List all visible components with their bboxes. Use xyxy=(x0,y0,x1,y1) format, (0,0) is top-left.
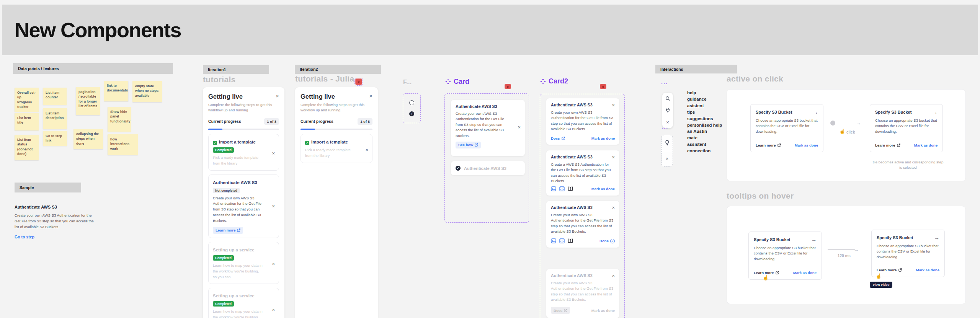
film-icon[interactable] xyxy=(559,238,565,243)
sample-body: Create your own AWS S3 Authentication fo… xyxy=(15,213,95,230)
close-icon[interactable]: × xyxy=(276,93,279,99)
mark-as-done-link[interactable]: Mark as done xyxy=(914,143,938,147)
error-badge[interactable]: x xyxy=(505,84,511,89)
sticky-note[interactable]: List item title xyxy=(15,113,39,130)
auth-card-faded[interactable]: Authenticate AWS S3× Create your own AWS… xyxy=(546,269,619,318)
specify-bucket-card[interactable]: Specify S3 Bucket→ Choose an appropriate… xyxy=(748,232,822,280)
arrow-right-icon[interactable]: → xyxy=(813,109,818,115)
sticky-note[interactable]: collapsing the steps when done xyxy=(74,129,103,149)
card-desc: Create your own AWS S3 Authentication fo… xyxy=(456,111,508,139)
close-icon[interactable]: × xyxy=(272,204,275,209)
close-icon[interactable]: × xyxy=(272,151,275,156)
step-card-import-template[interactable]: ✓Import a template Pick a ready made tem… xyxy=(301,134,372,163)
book-icon[interactable] xyxy=(568,186,573,191)
docs-link[interactable]: Docs xyxy=(551,136,565,140)
auth-done-row[interactable]: ✓ Authenticate AWS S3 xyxy=(451,161,525,175)
auth-card[interactable]: Authenticate AWS S3 Create your own AWS … xyxy=(451,100,525,156)
auth-card-docs[interactable]: Authenticate AWS S3× Create your own AWS… xyxy=(546,98,619,145)
learn-more-link[interactable]: Learn more xyxy=(877,268,902,272)
auth-card-media[interactable]: Authenticate AWS S3× Create a AWS S3 Aut… xyxy=(546,150,619,196)
section-bar-sample[interactable]: Sample xyxy=(15,183,81,192)
view-video-tooltip[interactable]: view video xyxy=(870,282,892,288)
checked-circle-icon[interactable]: ✓ xyxy=(456,166,461,171)
mark-as-done-link[interactable]: Mark as done xyxy=(793,271,817,275)
sticky-note[interactable]: link to documentation xyxy=(104,81,128,101)
close-icon[interactable]: × xyxy=(612,103,615,108)
search-icon[interactable] xyxy=(665,96,670,101)
lightbulb-icon[interactable] xyxy=(665,140,670,145)
see-how-link[interactable]: See how xyxy=(456,142,481,148)
image-icon[interactable] xyxy=(551,238,556,243)
learn-more-link[interactable]: Learn more xyxy=(875,143,900,147)
arrow-right-icon[interactable]: → xyxy=(934,235,939,241)
learn-more-link[interactable]: Learn more xyxy=(754,271,779,275)
section-bar-data-points[interactable]: Data points / features xyxy=(13,63,173,74)
section-bar-interactions[interactable]: Interactions xyxy=(655,65,737,73)
error-badge[interactable]: x xyxy=(355,78,362,85)
component-header-card2[interactable]: Card2 xyxy=(540,77,568,85)
sticky-note[interactable]: Go to step link xyxy=(43,131,67,146)
step-card-setting-up-service[interactable]: Setting up a service Completed Learn how… xyxy=(208,288,279,318)
mark-as-done-link[interactable]: Mark as done xyxy=(591,308,615,313)
step-card-authenticate[interactable]: Authenticate AWS S3 Not completed Create… xyxy=(208,174,279,238)
sticky-note[interactable]: Show hide panel functionality xyxy=(108,107,131,132)
docs-link[interactable]: Docs xyxy=(551,307,570,314)
learn-more-link[interactable]: Learn more xyxy=(756,143,781,147)
more-dots-icon[interactable]: ··· xyxy=(661,81,668,87)
close-icon[interactable]: × xyxy=(272,307,275,312)
component-diamond-icon xyxy=(445,79,451,85)
frame-title-tutorials[interactable]: tutorials xyxy=(203,75,236,84)
close-icon[interactable]: × xyxy=(612,155,615,160)
go-to-step-link[interactable]: Go to step xyxy=(15,235,95,239)
auth-card-done[interactable]: Authenticate AWS S3× Create your own AWS… xyxy=(546,201,619,248)
book-icon[interactable] xyxy=(568,238,573,243)
arrow-right-icon[interactable]: → xyxy=(932,109,938,115)
word-item: personlised help xyxy=(687,122,722,129)
more-dots-icon[interactable]: ··· xyxy=(662,125,669,131)
specify-bucket-card[interactable]: Specify S3 Bucket→ Choose an appropriate… xyxy=(750,104,823,152)
sticky-note[interactable]: List item counter xyxy=(43,88,67,105)
learn-more-link[interactable]: Learn more xyxy=(213,227,243,234)
mark-as-done-link[interactable]: Mark as done xyxy=(795,143,818,147)
arrow-right-icon[interactable]: → xyxy=(811,236,817,243)
checked-checkbox-icon[interactable]: ✓ xyxy=(305,141,309,145)
sticky-note[interactable]: pagination / scrollable for a longer lis… xyxy=(76,87,100,115)
film-icon[interactable] xyxy=(559,186,565,191)
close-icon[interactable]: × xyxy=(612,273,615,278)
mark-as-done-link[interactable]: Mark as done xyxy=(916,268,939,272)
close-icon[interactable]: × xyxy=(272,261,275,266)
close-icon[interactable]: × xyxy=(666,156,669,161)
sticky-note[interactable]: empty state when no steps available xyxy=(132,81,162,102)
specify-bucket-card[interactable]: Specify S3 Bucket→ Choose an appropriate… xyxy=(870,104,943,152)
section-bar-iteration1[interactable]: Iteration1 xyxy=(203,65,269,74)
cursor-hand-icon: ☝ xyxy=(763,275,769,280)
close-icon[interactable]: × xyxy=(612,205,615,210)
close-icon[interactable]: × xyxy=(369,93,372,99)
radio-checked-icon[interactable]: ✓ xyxy=(409,111,414,116)
hint-toolbar: × xyxy=(661,135,673,167)
close-icon[interactable]: × xyxy=(518,125,521,130)
frame-title-tutorials-julia[interactable]: tutorials - Julia xyxy=(295,74,354,83)
close-icon[interactable]: × xyxy=(365,147,368,152)
step-card-import-template[interactable]: ✓Import a template Completed Pick a read… xyxy=(208,134,279,171)
mark-as-done-link[interactable]: Mark as done xyxy=(591,187,615,191)
status-badge: Completed xyxy=(213,255,234,261)
sticky-note[interactable]: List item description xyxy=(43,108,67,129)
mark-as-done-link[interactable]: Mark as done xyxy=(591,136,615,140)
checked-checkbox-icon[interactable]: ✓ xyxy=(213,141,217,145)
frame-title-f[interactable]: F... xyxy=(403,79,412,86)
component-header-card[interactable]: Card xyxy=(445,78,469,86)
specify-bucket-card[interactable]: Specify S3 Bucket→ Choose an appropriate… xyxy=(871,230,945,277)
done-link[interactable]: Done✓ xyxy=(599,239,615,243)
sticky-note[interactable]: Overall set-up Progress tracker xyxy=(15,88,39,112)
step-card-setting-up-service[interactable]: Setting up a service Completed Learn how… xyxy=(208,242,279,284)
section-bar-iteration2[interactable]: Iteration2 xyxy=(295,65,381,74)
image-icon[interactable] xyxy=(551,186,556,191)
plug-icon[interactable] xyxy=(665,108,670,113)
sticky-note[interactable]: how interactions work xyxy=(108,134,138,155)
radio-unchecked-icon[interactable] xyxy=(409,100,414,105)
step-desc: Learn how to map your data in the workfl… xyxy=(213,263,263,280)
error-badge[interactable]: x xyxy=(600,84,606,89)
sticky-note[interactable]: List item status (done/not done) xyxy=(15,135,39,160)
close-icon[interactable]: × xyxy=(666,120,669,125)
